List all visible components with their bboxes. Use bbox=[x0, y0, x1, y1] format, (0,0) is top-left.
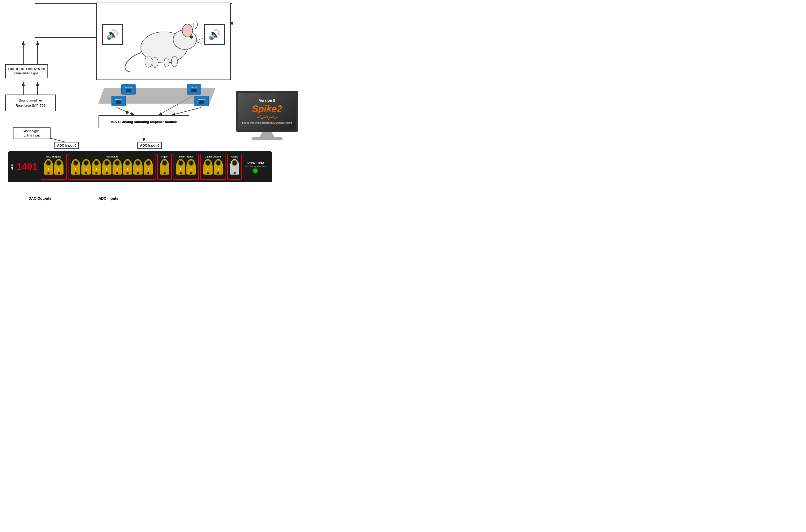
spike2-monitor: Version 8 Spike2 Life sciences data acqu… bbox=[231, 91, 303, 140]
event-title: Event Inputs bbox=[179, 155, 193, 158]
speaker-annotation-box: Each speaker receives the same audio sig… bbox=[5, 64, 48, 78]
accel-label-bl: ADXL335 bbox=[115, 98, 122, 100]
mono-signal-box: Mono signal to line input bbox=[13, 128, 51, 139]
trigger-group: Trigger bbox=[157, 154, 171, 180]
speaker-left-inner: 🔊 bbox=[102, 24, 123, 45]
svg-line-25 bbox=[197, 38, 203, 40]
svg-line-27 bbox=[197, 42, 203, 44]
adc-bottom-label: ADC Inputs bbox=[98, 196, 118, 201]
digital-connector-0: 0 bbox=[203, 159, 213, 175]
dac-connector-1: 1 bbox=[54, 159, 63, 175]
enclosure-box: 🔊 🔊 bbox=[96, 3, 231, 80]
mono-signal-line1: Mono signal bbox=[23, 129, 40, 133]
adc-group: ADC Inputs 0 1 2 bbox=[68, 154, 156, 180]
adc-connectors: 0 1 2 3 bbox=[71, 159, 153, 175]
clock-title: Clock bbox=[231, 155, 238, 158]
trigger-title: Trigger bbox=[161, 155, 168, 158]
summing-amp-label: AD712 analog summing amplifier module bbox=[111, 120, 177, 124]
rat-sketch bbox=[123, 6, 206, 73]
spike2-waveform bbox=[257, 115, 277, 120]
speaker-right-inner: 🔊 bbox=[204, 24, 225, 45]
adc-input0-text: ADC Input 0 bbox=[57, 144, 76, 147]
adc-connector-1: 1 bbox=[81, 159, 91, 175]
digital-title: Digital Outputs bbox=[205, 155, 222, 158]
diagram-container: 🔊 🔊 bbox=[0, 0, 311, 206]
trigger-connector bbox=[160, 159, 169, 175]
adc-connector-2: 2 bbox=[92, 159, 101, 175]
adc-connector-6: 6 bbox=[133, 159, 143, 175]
event-connector-1: 1 bbox=[186, 159, 196, 175]
ced-device: CED 1401 DAC Outputs 0 1 ADC Inpu bbox=[8, 151, 272, 182]
svg-point-30 bbox=[145, 56, 152, 67]
sound-amp-box: Sound amplifier Renkforce SAP-702 bbox=[5, 95, 56, 111]
monitor-base bbox=[252, 137, 282, 140]
ced-model-label: 1401 bbox=[17, 162, 37, 171]
power-led bbox=[253, 169, 257, 173]
sound-amp-line1: Sound amplifier bbox=[19, 98, 42, 103]
speaker-left-icon: 🔊 bbox=[106, 29, 118, 40]
dac-title: DAC Outputs bbox=[47, 155, 61, 158]
power-section: POWER3A Laboratory interface bbox=[245, 161, 266, 173]
sound-amp-line2: Renkforce SAP-702 bbox=[16, 103, 45, 108]
adc-connector-5: 5 bbox=[123, 159, 132, 175]
clock-connector bbox=[230, 159, 239, 175]
accel-board-tl: ADXL335 bbox=[121, 84, 135, 95]
speaker-annotation-text: Each speaker receives the same audio sig… bbox=[8, 67, 45, 75]
adc-connector-0: 0 bbox=[71, 159, 80, 175]
summing-amp-box: AD712 analog summing amplifier module bbox=[98, 115, 189, 128]
accel-label-tr: ADXL335 bbox=[190, 87, 197, 88]
accel-board-tr: ADXL335 bbox=[187, 84, 201, 95]
power-label: POWER3A bbox=[247, 161, 264, 165]
event-connector-0: 0 bbox=[176, 159, 185, 175]
svg-line-17 bbox=[171, 108, 201, 115]
dac-bottom-label: DAC Outputs bbox=[29, 196, 51, 201]
accel-label-br: ADXL335 bbox=[198, 98, 205, 100]
dac-connector-0: 0 bbox=[44, 159, 53, 175]
accel-label-tl: ADXL335 bbox=[125, 87, 132, 88]
adc-input0-label: ADC Input 0 bbox=[54, 142, 79, 149]
svg-point-31 bbox=[152, 57, 158, 68]
adc-input6-text: ADC Input 6 bbox=[140, 144, 159, 147]
spike2-version: Version 8 bbox=[259, 98, 275, 102]
clock-group: Clock bbox=[227, 154, 242, 180]
dac-connectors: 0 1 bbox=[44, 159, 63, 175]
mono-signal-line2: to line input bbox=[24, 133, 40, 138]
accel-board-br: ADXL335 bbox=[195, 96, 209, 106]
digital-group: Digital Outputs 0 1 bbox=[200, 154, 226, 180]
adc-connector-4: 4 bbox=[112, 159, 122, 175]
svg-point-22 bbox=[182, 24, 193, 37]
svg-line-16 bbox=[117, 108, 135, 115]
svg-point-23 bbox=[190, 36, 193, 39]
dac-conn-1-label: 1 bbox=[58, 168, 59, 170]
accel-board-bl: ADXL335 bbox=[111, 96, 126, 106]
monitor-stand bbox=[259, 132, 275, 137]
adc-title: ADC Inputs bbox=[106, 155, 118, 158]
svg-point-29 bbox=[164, 58, 169, 67]
spike2-logo: Spike2 bbox=[252, 103, 282, 114]
ced-label: CED bbox=[11, 164, 14, 170]
dac-conn-0-label: 0 bbox=[48, 168, 49, 170]
monitor-screen: Version 8 Spike2 Life sciences data acqu… bbox=[236, 91, 298, 132]
dac-group: DAC Outputs 0 1 bbox=[41, 154, 67, 180]
svg-point-28 bbox=[171, 56, 178, 67]
event-group: Event Inputs 0 1 bbox=[173, 154, 199, 180]
adc-input6-label: ADC Input 6 bbox=[138, 142, 162, 149]
adc-connector-7: 7 bbox=[144, 159, 153, 175]
digital-connector-1: 1 bbox=[214, 159, 223, 175]
adc-connector-3: 3 bbox=[102, 159, 111, 175]
spike2-tagline: Life sciences data acquisition & analysi… bbox=[242, 121, 292, 125]
speaker-right-icon: 🔊 bbox=[208, 29, 221, 40]
lab-label: Laboratory interface bbox=[245, 165, 266, 168]
